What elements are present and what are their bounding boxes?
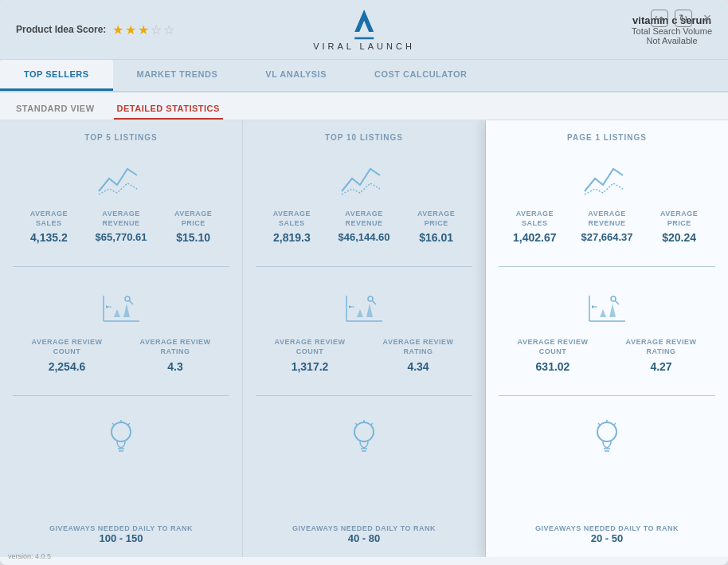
tab-cost-calculator[interactable]: COST CALCULATOR bbox=[350, 60, 491, 91]
avg-review-rating-label-col3: AVERAGE REVIEWRATING bbox=[607, 338, 715, 356]
app-window: Product Idea Score: ★ ★ ★ ☆ ☆ VIRAL LAUN… bbox=[0, 0, 728, 565]
avg-review-rating-label-col2: AVERAGE REVIEWRATING bbox=[364, 338, 472, 356]
avg-price-label-col3: AVERAGEPRICE bbox=[643, 210, 715, 228]
svg-line-9 bbox=[129, 300, 133, 304]
avg-review-rating-label-col1: AVERAGE REVIEWRATING bbox=[121, 338, 229, 356]
avg-price-value-col2: $16.01 bbox=[400, 231, 472, 244]
revenue-chart-icon-col1 bbox=[13, 161, 229, 197]
login-icon[interactable]: ↪ bbox=[651, 10, 668, 27]
sub-tab-standard[interactable]: STANDARD VIEW bbox=[13, 99, 98, 120]
tab-top-sellers[interactable]: TOP SELLERS bbox=[0, 60, 113, 91]
svg-marker-19 bbox=[366, 304, 373, 317]
sub-tab-detailed[interactable]: DETAILED STATISTICS bbox=[114, 99, 223, 120]
avg-review-count-label-col3: AVERAGE REVIEWCOUNT bbox=[499, 338, 607, 356]
star-4: ☆ bbox=[151, 22, 162, 37]
avg-revenue-col2: AVERAGEREVENUE $46,144.60 bbox=[328, 210, 401, 243]
revenue-chart-icon-col2 bbox=[256, 161, 472, 197]
revenue-chart-icon-col3 bbox=[499, 161, 715, 197]
tabs-bar: TOP SELLERS MARKET TRENDS VL ANALYSIS CO… bbox=[0, 60, 728, 92]
lightbulb-icon-col1 bbox=[13, 418, 229, 457]
stat-row-2-col3: AVERAGE REVIEWCOUNT 631.02 AVERAGE REVIE… bbox=[499, 338, 715, 372]
giveaways-value-col2: 40 - 80 bbox=[256, 532, 472, 544]
col1-title: TOP 5 LISTINGS bbox=[13, 133, 229, 142]
avg-price-col1: AVERAGEPRICE $15.10 bbox=[157, 210, 229, 244]
column-top10: TOP 10 LISTINGS AVERAGESALES 2,819.3 AVE… bbox=[243, 120, 486, 557]
header-left: Product Idea Score: ★ ★ ★ ☆ ☆ bbox=[16, 22, 174, 37]
svg-line-14 bbox=[112, 423, 114, 425]
giveaways-section-col2: GIVEAWAYS NEEDED DAILY TO RANK 40 - 80 bbox=[256, 524, 472, 544]
avg-revenue-label-col1: AVERAGEREVENUE bbox=[85, 210, 158, 228]
avg-sales-value-col1: 4,135.2 bbox=[13, 231, 85, 244]
avg-review-count-value-col1: 2,254.6 bbox=[13, 360, 121, 373]
sub-tabs: STANDARD VIEW DETAILED STATISTICS bbox=[0, 92, 728, 120]
lightbulb-icon-col2 bbox=[256, 418, 472, 457]
svg-marker-4 bbox=[114, 309, 120, 317]
star-2: ★ bbox=[125, 22, 136, 37]
star-1: ★ bbox=[112, 22, 123, 37]
svg-marker-0 bbox=[354, 10, 374, 32]
giveaways-label-col2: GIVEAWAYS NEEDED DAILY TO RANK bbox=[256, 524, 472, 532]
product-score-label: Product Idea Score: bbox=[16, 24, 106, 35]
divider1-col1 bbox=[13, 266, 229, 267]
review-chart-icon-col1 bbox=[13, 289, 229, 325]
avg-review-count-value-col2: 1,317.2 bbox=[256, 360, 364, 373]
logo: VIRAL LAUNCH bbox=[313, 8, 415, 51]
svg-point-38 bbox=[597, 422, 616, 441]
divider1-col3 bbox=[499, 266, 715, 267]
avg-review-rating-value-col3: 4.27 bbox=[607, 360, 715, 373]
avg-review-count-value-col3: 631.02 bbox=[499, 360, 607, 373]
svg-marker-32 bbox=[600, 309, 606, 317]
avg-review-rating-value-col1: 4.3 bbox=[121, 360, 229, 373]
giveaways-value-col3: 20 - 50 bbox=[499, 532, 715, 544]
avg-price-value-col3: $20.24 bbox=[643, 231, 715, 244]
avg-sales-col1: AVERAGESALES 4,135.2 bbox=[13, 210, 85, 244]
review-chart-icon-col3 bbox=[499, 289, 715, 325]
header-icons: ↪ ↻ × bbox=[651, 10, 716, 27]
avg-sales-col2: AVERAGESALES 2,819.3 bbox=[256, 210, 328, 244]
version: version: 4.0.5 bbox=[8, 552, 51, 560]
divider2-col1 bbox=[13, 395, 229, 396]
avg-revenue-value-col3: $27,664.37 bbox=[571, 231, 644, 243]
avg-revenue-label-col3: AVERAGEREVENUE bbox=[571, 210, 644, 228]
close-icon[interactable]: × bbox=[699, 10, 716, 27]
svg-marker-33 bbox=[609, 304, 616, 317]
header: Product Idea Score: ★ ★ ★ ☆ ☆ VIRAL LAUN… bbox=[0, 0, 728, 60]
giveaways-label-col3: GIVEAWAYS NEEDED DAILY TO RANK bbox=[499, 524, 715, 532]
tab-vl-analysis[interactable]: VL ANALYSIS bbox=[241, 60, 350, 91]
avg-review-count-col1: AVERAGE REVIEWCOUNT 2,254.6 bbox=[13, 338, 121, 372]
refresh-icon[interactable]: ↻ bbox=[675, 10, 692, 27]
avg-review-rating-col1: AVERAGE REVIEWRATING 4.3 bbox=[121, 338, 229, 372]
avg-revenue-value-col1: $65,770.61 bbox=[85, 231, 158, 243]
svg-line-37 bbox=[615, 300, 619, 304]
divider2-col3 bbox=[499, 395, 715, 396]
logo-text: VIRAL LAUNCH bbox=[313, 41, 415, 51]
stat-row-1-col2: AVERAGESALES 2,819.3 AVERAGEREVENUE $46,… bbox=[256, 210, 472, 244]
tab-market-trends[interactable]: MARKET TRENDS bbox=[113, 60, 242, 91]
avg-review-rating-col2: AVERAGE REVIEWRATING 4.34 bbox=[364, 338, 472, 372]
avg-review-rating-value-col2: 4.34 bbox=[364, 360, 472, 373]
avg-review-count-label-col1: AVERAGE REVIEWCOUNT bbox=[13, 338, 121, 356]
svg-line-43 bbox=[614, 423, 616, 425]
column-top5: TOP 5 LISTINGS AVERAGESALES 4,135.2 AVER… bbox=[0, 120, 243, 557]
svg-marker-5 bbox=[123, 304, 130, 317]
review-chart-icon-col2 bbox=[256, 289, 472, 325]
avg-review-rating-col3: AVERAGE REVIEWRATING 4.27 bbox=[607, 338, 715, 372]
avg-sales-label-col1: AVERAGESALES bbox=[13, 210, 85, 228]
svg-point-10 bbox=[112, 422, 131, 441]
avg-revenue-col3: AVERAGEREVENUE $27,664.37 bbox=[571, 210, 644, 243]
avg-price-col2: AVERAGEPRICE $16.01 bbox=[400, 210, 472, 244]
svg-marker-21 bbox=[349, 305, 352, 308]
col3-title: PAGE 1 LISTINGS bbox=[499, 133, 715, 142]
giveaways-label-col1: GIVEAWAYS NEEDED DAILY TO RANK bbox=[13, 524, 229, 532]
stat-row-2-col1: AVERAGE REVIEWCOUNT 2,254.6 AVERAGE REVI… bbox=[13, 338, 229, 372]
svg-marker-18 bbox=[357, 309, 363, 317]
avg-revenue-value-col2: $46,144.60 bbox=[328, 231, 401, 243]
svg-line-42 bbox=[598, 423, 600, 425]
stat-row-1-col1: AVERAGESALES 4,135.2 AVERAGEREVENUE $65,… bbox=[13, 210, 229, 244]
avg-review-count-col3: AVERAGE REVIEWCOUNT 631.02 bbox=[499, 338, 607, 372]
avg-review-count-col2: AVERAGE REVIEWCOUNT 1,317.2 bbox=[256, 338, 364, 372]
svg-marker-7 bbox=[106, 305, 109, 308]
logo-icon bbox=[340, 8, 388, 40]
product-subtitle-1: Total Search Volume bbox=[632, 26, 712, 36]
svg-point-24 bbox=[354, 422, 374, 441]
